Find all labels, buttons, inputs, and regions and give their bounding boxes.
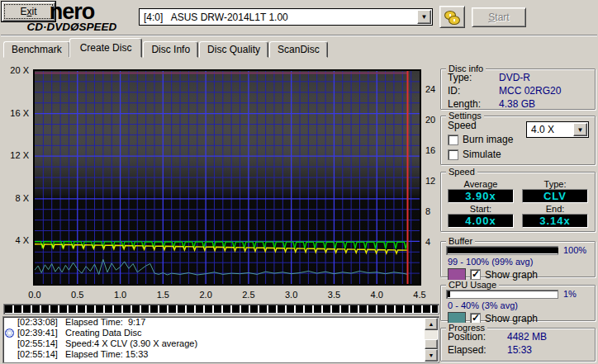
cpu-group: CPU Usage 1% 0 - 40% (3% avg) Show graph — [440, 285, 596, 321]
right-axis-tick-label: 12 — [425, 176, 435, 186]
end-speed-display: 3.14x — [522, 214, 588, 228]
x-axis-tick-label: 4.0 — [364, 290, 389, 300]
end-label: End: — [522, 204, 588, 214]
disc-type-label: Type: — [448, 72, 499, 83]
buffer-color-swatch — [448, 268, 466, 281]
settings-title: Settings — [446, 111, 484, 121]
x-axis-tick-label: 3.0 — [279, 290, 304, 300]
log-scrollbar[interactable]: ▲ ▼ — [425, 318, 438, 362]
right-axis-tick-label: 24 — [425, 84, 435, 94]
buffer-group: Buffer 100% 99 - 100% (99% avg) Show gra… — [440, 241, 596, 277]
speed-group: Speed Average 3.90x Type: CLV Start: 4.0… — [440, 172, 596, 232]
tab-bar: Benchmark Create Disc Disc Info Disc Qua… — [3, 40, 329, 58]
x-axis-tick-label: 2.0 — [193, 290, 218, 300]
disc-options-button[interactable] — [439, 6, 465, 28]
tab-disc-info[interactable]: Disc Info — [143, 41, 198, 58]
burn-image-checkbox[interactable] — [448, 135, 458, 145]
disc-info-group: Disc info Type:DVD-R ID:MCC 02RG20 Lengt… — [440, 69, 596, 110]
toolbar-separator — [1, 35, 598, 36]
speed-chart: 20 X16 X12 X8 X4 X24201612840.00.51.01.5… — [1, 59, 439, 302]
log-entry[interactable]: [02:39:41] Creating Data Disc — [3, 328, 439, 338]
x-axis-tick-label: 0.5 — [65, 290, 90, 300]
disc-id-label: ID: — [448, 85, 499, 97]
x-axis-tick-label: 2.5 — [236, 290, 261, 300]
speed-setting-label: Speed — [448, 120, 477, 131]
disc-length-label: Length: — [448, 98, 499, 110]
x-axis-tick-label: 1.5 — [150, 290, 175, 300]
y-axis-tick-label: 4 X — [1, 235, 29, 245]
speed-select-dropdown-button[interactable]: ▼ — [573, 123, 587, 136]
disc-info-title: Disc info — [446, 64, 486, 73]
drive-select-value: [4:0] ASUS DRW-2014L1T 1.00 — [140, 12, 416, 23]
speed-title: Speed — [446, 167, 477, 177]
drive-select-dropdown-button[interactable]: ▼ — [417, 10, 431, 24]
disc-id-value: MCC 02RG20 — [499, 85, 561, 97]
disc-type-value: DVD-R — [499, 72, 530, 83]
average-label: Average — [448, 179, 514, 189]
average-speed-display: 3.90x — [448, 189, 514, 203]
drive-select[interactable]: [4:0] ASUS DRW-2014L1T 1.00 ▼ — [139, 8, 433, 26]
x-axis-tick-label: 0.0 — [22, 290, 47, 300]
y-axis-tick-label: 12 X — [1, 150, 29, 160]
type-label: Type: — [522, 179, 588, 189]
write-progress-bar — [3, 304, 439, 314]
buffer-stats: 99 - 100% (99% avg) — [441, 255, 595, 268]
log-listbox[interactable]: [02:33:08] Elapsed Time: 9:17[02:39:41] … — [2, 316, 439, 363]
cpu-title: CPU Usage — [446, 280, 499, 290]
buffer-show-graph-checkbox[interactable] — [470, 269, 481, 280]
buffer-show-graph-label: Show graph — [485, 269, 538, 281]
elapsed-label: Elapsed: — [448, 344, 507, 356]
x-axis-tick-label: 3.5 — [321, 290, 346, 300]
disc-log-icon — [5, 329, 14, 338]
position-value: 4482 MB — [507, 331, 547, 343]
right-axis-tick-label: 8 — [425, 206, 430, 216]
speed-select[interactable]: 4.0 X ▼ — [526, 121, 589, 138]
burn-image-label: Burn image — [463, 134, 513, 145]
buffer-percent: 100% — [563, 245, 590, 255]
scrollbar-thumb[interactable] — [425, 339, 438, 349]
start-button[interactable]: Start — [472, 7, 526, 27]
position-label: Position: — [448, 331, 507, 343]
logo-nero-text: nero — [6, 2, 138, 21]
x-axis-tick-label: 1.0 — [108, 290, 133, 300]
log-entry[interactable]: [02:55:14] Speed:4 X CLV (3.90 X average… — [3, 338, 439, 349]
cpu-percent: 1% — [563, 289, 590, 299]
cpu-meter — [446, 290, 558, 299]
logo-cdvdspeed-text: CD·DVDØSPEED — [6, 21, 138, 32]
disc-length-value: 4.38 GB — [499, 98, 535, 110]
y-axis-tick-label: 8 X — [1, 193, 29, 203]
tab-benchmark[interactable]: Benchmark — [3, 41, 70, 58]
buffer-title: Buffer — [446, 236, 475, 246]
tab-scandisc[interactable]: ScanDisc — [269, 41, 328, 58]
nero-logo: nero CD·DVDØSPEED — [6, 2, 138, 32]
tab-create-disc[interactable]: Create Disc — [69, 38, 143, 58]
discs-icon — [444, 10, 461, 25]
tab-disc-quality[interactable]: Disc Quality — [199, 41, 268, 58]
log-entry[interactable]: [02:33:08] Elapsed Time: 9:17 — [3, 317, 439, 328]
start-speed-display: 4.00x — [448, 214, 514, 228]
right-axis-tick-label: 4 — [425, 237, 430, 247]
scroll-up-icon[interactable]: ▲ — [425, 318, 438, 330]
speed-type-display: CLV — [522, 189, 588, 203]
chart-canvas — [35, 71, 420, 284]
cpu-stats: 0 - 40% (3% avg) — [441, 299, 595, 312]
y-axis-tick-label: 16 X — [1, 108, 29, 118]
elapsed-value: 15:33 — [507, 344, 532, 356]
right-axis-tick-label: 16 — [425, 145, 435, 155]
log-entry[interactable]: [02:55:14] Elapsed Time: 15:33 — [3, 349, 439, 360]
buffer-meter — [446, 246, 558, 255]
progress-group: Progress Position:4482 MB Elapsed:15:33 — [440, 328, 596, 362]
speed-select-value: 4.0 X — [527, 124, 572, 135]
simulate-label: Simulate — [463, 149, 501, 160]
cpu-show-graph-label: Show graph — [485, 313, 538, 324]
start-label: Start: — [448, 204, 514, 214]
y-axis-tick-label: 20 X — [1, 65, 29, 75]
scroll-down-icon[interactable]: ▼ — [425, 349, 438, 362]
x-axis-tick-label: 4.5 — [407, 290, 432, 300]
progress-title: Progress — [446, 323, 487, 333]
right-axis-tick-label: 20 — [425, 115, 435, 125]
chart-plot-area — [33, 69, 421, 286]
simulate-checkbox[interactable] — [448, 149, 458, 160]
app-window: nero CD·DVDØSPEED [4:0] ASUS DRW-2014L1T… — [0, 0, 598, 364]
